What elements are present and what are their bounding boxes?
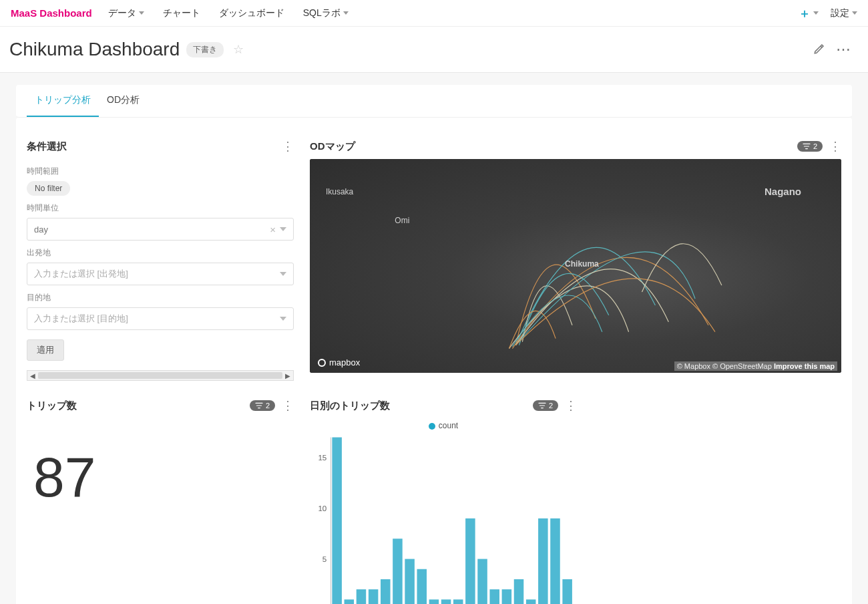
mapbox-icon [318,359,326,367]
daily-filter-badge[interactable]: 2 [533,400,558,411]
filters-more-icon[interactable]: ⋮ [282,139,294,154]
scroll-left-icon[interactable]: ◀ [27,371,38,380]
map-attribution[interactable]: © Mapbox © OpenStreetMap Improve this ma… [674,361,837,371]
trip-count-card: トリップ数 2 ⋮ 87 [27,393,294,604]
daily-bar-chart: 051015Thu 27Wed 29Fri 19 [310,430,577,604]
chevron-down-icon [343,11,349,15]
dashboard-tabs: トリップ分析 OD分析 [16,85,852,118]
dest-label: 目的地 [27,292,294,303]
map-label-ikusaka: Ikusaka [326,187,353,196]
svg-text:15: 15 [318,454,327,462]
dest-placeholder: 入力または選択 [目的地] [34,313,128,325]
origin-placeholder: 入力または選択 [出発地] [34,268,128,280]
edit-icon[interactable] [813,43,825,57]
time-unit-label: 時間単位 [27,202,294,214]
trip-count-value: 87 [27,418,294,537]
svg-rect-14 [429,599,439,604]
nav-data[interactable]: データ [108,7,144,19]
dashboard-header: Chikuma Dashboard 下書き ☆ ⋯ [0,27,868,73]
map-more-icon[interactable]: ⋮ [829,139,841,154]
od-map-card: ODマップ 2 ⋮ [310,134,841,381]
tab-trip-analysis[interactable]: トリップ分析 [27,85,99,117]
svg-rect-13 [417,569,427,604]
svg-rect-8 [357,589,367,604]
svg-rect-10 [381,579,391,604]
svg-rect-19 [489,589,499,604]
daily-trip-card: 日別のトリップ数 2 ⋮ count 051015Thu 27Wed 29Fri… [310,393,577,604]
scroll-right-icon[interactable]: ▶ [282,371,293,380]
chevron-down-icon [280,272,286,276]
map-label-chikuma: Chikuma [565,259,599,269]
more-menu-icon[interactable]: ⋯ [836,41,852,58]
time-unit-value: day [34,224,48,235]
trip-more-icon[interactable]: ⋮ [282,398,294,413]
svg-rect-16 [453,599,463,604]
time-unit-select[interactable]: day × [27,218,294,241]
scroll-thumb[interactable] [38,372,282,379]
time-range-value[interactable]: No filter [27,181,70,196]
mapbox-logo: mapbox [318,357,360,367]
svg-rect-20 [502,589,512,604]
trip-count-title: トリップ数 [27,400,77,412]
chevron-down-icon [139,11,144,15]
nav-chart[interactable]: チャート [163,7,200,19]
map-filter-badge[interactable]: 2 [797,141,823,152]
map-label-nagano: Nagano [765,186,801,197]
legend-dot-icon [429,423,435,430]
horizontal-scrollbar[interactable]: ◀ ▶ [27,370,294,381]
svg-rect-15 [441,599,451,604]
origin-select[interactable]: 入力または選択 [出発地] [27,263,294,285]
origin-label: 出発地 [27,247,294,259]
chart-legend: count [310,421,577,430]
tab-od-analysis[interactable]: OD分析 [99,85,148,117]
time-range-label: 時間範囲 [27,166,294,177]
chevron-down-icon [813,11,819,15]
chevron-down-icon [280,227,286,231]
page-title: Chikuma Dashboard [9,39,180,60]
svg-text:10: 10 [318,504,327,512]
filters-panel: 条件選択 ⋮ 時間範囲 No filter 時間単位 day × 出発地 入力ま… [27,134,294,381]
nav-sqllab[interactable]: SQLラボ [303,7,349,19]
svg-rect-6 [332,438,342,604]
chevron-down-icon [280,317,286,321]
svg-rect-18 [477,559,487,604]
add-button[interactable]: ＋ [799,5,819,21]
filters-title: 条件選択 [27,140,67,153]
draft-badge: 下書き [186,42,224,57]
svg-rect-24 [550,518,560,604]
svg-rect-23 [538,518,548,604]
od-map-title: ODマップ [310,140,355,153]
svg-rect-17 [465,518,475,604]
dest-select[interactable]: 入力または選択 [目的地] [27,307,294,330]
favorite-star-icon[interactable]: ☆ [233,42,244,57]
svg-rect-22 [526,599,536,604]
map-label-omi: Omi [395,216,409,225]
nav-dashboard[interactable]: ダッシュボード [219,7,284,19]
svg-rect-7 [345,599,355,604]
svg-rect-11 [393,539,403,604]
clear-icon[interactable]: × [266,224,280,235]
nav-settings[interactable]: 設定 [831,7,857,19]
map-viewport[interactable]: Nagano Chikuma Omi Ikusaka mapbox © Mapb… [310,159,841,373]
daily-more-icon[interactable]: ⋮ [565,398,577,413]
svg-rect-21 [514,579,524,604]
trip-filter-badge[interactable]: 2 [250,400,275,411]
svg-rect-9 [369,589,379,604]
svg-rect-25 [562,579,572,604]
chevron-down-icon [852,11,857,15]
apply-button[interactable]: 適用 [27,339,64,361]
svg-text:5: 5 [322,555,327,563]
svg-rect-12 [405,559,415,604]
top-nav: MaaS Dashboard データ チャート ダッシュボード SQLラボ ＋ … [0,0,868,27]
daily-trip-title: 日別のトリップ数 [310,400,390,412]
brand-logo[interactable]: MaaS Dashboard [11,7,92,19]
